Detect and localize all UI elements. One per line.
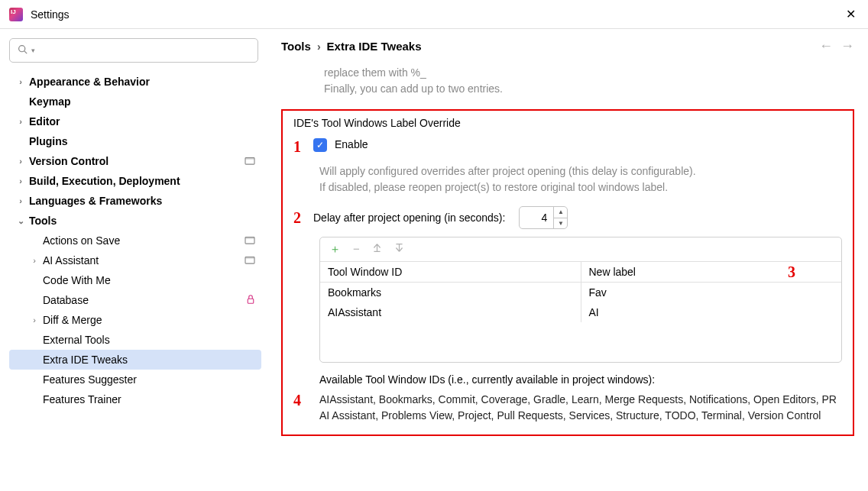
sidebar-item-keymap[interactable]: Keymap (9, 92, 261, 111)
scope-icon (245, 235, 255, 247)
sidebar-item-label: Code With Me (43, 274, 255, 286)
down-icon[interactable] (394, 242, 404, 257)
window-title: Settings (31, 8, 843, 21)
search-input[interactable]: ▾ (9, 38, 258, 63)
sidebar: ▾ ›Appearance & BehaviorKeymap›EditorPlu… (0, 29, 267, 491)
available-ids-title: Available Tool Window IDs (i.e., current… (319, 373, 842, 386)
callout-3: 3 (788, 263, 795, 281)
sidebar-item-label: AI Assistant (43, 254, 245, 266)
sidebar-item-appearance-behavior[interactable]: ›Appearance & Behavior (9, 72, 261, 92)
sidebar-item-build-execution-deployment[interactable]: ›Build, Execution, Deployment (9, 171, 261, 191)
sidebar-item-tools[interactable]: ⌄Tools (9, 211, 261, 231)
cell-new-label[interactable]: AI (581, 302, 841, 322)
cell-tool-window-id[interactable]: AIAssistant (320, 302, 581, 322)
sidebar-item-diff-merge[interactable]: ›Diff & Merge (9, 310, 261, 330)
sidebar-item-label: External Tools (43, 334, 255, 346)
callout-1: 1 (293, 138, 313, 156)
sidebar-item-languages-frameworks[interactable]: ›Languages & Frameworks (9, 191, 261, 211)
sidebar-item-label: Database (43, 294, 241, 306)
content-panel: Tools › Extra IDE Tweaks ← → replace the… (267, 29, 868, 491)
nav-forward-icon[interactable]: → (840, 38, 854, 54)
col-new-label[interactable]: New label (581, 262, 841, 283)
highlighted-section: IDE's Tool Windows Label Override 1 ✓ En… (281, 109, 854, 436)
sidebar-item-code-with-me[interactable]: Code With Me (9, 270, 261, 290)
sidebar-item-external-tools[interactable]: External Tools (9, 330, 261, 350)
up-icon[interactable] (372, 242, 382, 257)
close-icon[interactable]: ✕ (843, 5, 859, 23)
table-row[interactable]: BookmarksFav (320, 283, 841, 303)
breadcrumb-separator: › (317, 40, 321, 53)
sidebar-item-features-trainer[interactable]: Features Trainer (9, 389, 261, 409)
sidebar-item-label: Features Suggester (43, 373, 255, 386)
sidebar-item-ai-assistant[interactable]: ›AI Assistant (9, 250, 261, 270)
sidebar-item-label: Extra IDE Tweaks (43, 354, 255, 366)
chevron-down-icon: ▾ (31, 47, 35, 54)
svg-rect-5 (245, 237, 254, 239)
chevron-icon: › (15, 77, 26, 86)
chevron-icon: › (29, 256, 40, 265)
sidebar-item-editor[interactable]: ›Editor (9, 111, 261, 131)
overrides-table: 3 ＋ − Tool Window ID New label (319, 237, 842, 363)
sidebar-item-label: Build, Execution, Deployment (29, 175, 255, 187)
svg-point-0 (19, 46, 25, 52)
chevron-icon: › (15, 196, 26, 205)
scope-icon (245, 255, 255, 266)
sidebar-item-label: Version Control (29, 155, 245, 167)
sidebar-item-label: Languages & Frameworks (29, 195, 255, 207)
add-icon[interactable]: ＋ (329, 242, 341, 257)
chevron-icon: ⌄ (15, 216, 26, 226)
sidebar-item-label: Diff & Merge (43, 314, 255, 326)
breadcrumb: Tools › Extra IDE Tweaks ← → (281, 38, 854, 54)
scope-icon (245, 156, 255, 167)
nav-back-icon[interactable]: ← (819, 38, 833, 54)
hint-text: replace them with %_ Finally, you can ad… (281, 65, 854, 97)
spinner-down-icon[interactable]: ▼ (554, 218, 567, 229)
cell-new-label[interactable]: Fav (581, 283, 841, 303)
delay-spinner[interactable]: ▲ ▼ (519, 206, 568, 229)
table-row[interactable]: AIAssistantAI (320, 302, 841, 322)
callout-4: 4 (293, 392, 313, 409)
sidebar-item-label: Tools (29, 215, 255, 227)
sidebar-item-database[interactable]: Database (9, 290, 261, 310)
enable-label[interactable]: Enable (335, 138, 368, 150)
sidebar-item-actions-on-save[interactable]: Actions on Save (9, 231, 261, 250)
callout-2: 2 (293, 209, 313, 227)
sidebar-item-label: Editor (29, 115, 255, 128)
cell-tool-window-id[interactable]: Bookmarks (320, 283, 581, 303)
delay-label: Delay after project opening (in seconds)… (313, 212, 505, 224)
title-bar: Settings ✕ (0, 0, 868, 29)
chevron-icon: › (15, 117, 26, 126)
sidebar-item-label: Appearance & Behavior (29, 76, 255, 88)
breadcrumb-root[interactable]: Tools (281, 40, 311, 53)
section-title: IDE's Tool Windows Label Override (293, 117, 842, 129)
search-icon (18, 44, 28, 57)
svg-rect-3 (245, 157, 254, 160)
sidebar-item-label: Actions on Save (43, 234, 245, 247)
svg-rect-7 (245, 257, 254, 259)
spinner-up-icon[interactable]: ▲ (554, 207, 567, 218)
sidebar-item-label: Plugins (29, 135, 255, 147)
delay-input[interactable] (520, 207, 553, 228)
sidebar-item-extra-ide-tweaks[interactable]: Extra IDE Tweaks (9, 350, 261, 370)
lock-icon (246, 295, 255, 306)
enable-checkbox[interactable]: ✓ (313, 138, 327, 152)
svg-rect-8 (248, 299, 254, 303)
available-ids-list: AIAssistant, Bookmarks, Commit, Coverage… (319, 392, 842, 424)
sidebar-item-version-control[interactable]: ›Version Control (9, 151, 261, 171)
chevron-icon: › (15, 157, 26, 166)
svg-line-1 (24, 51, 27, 53)
chevron-icon: › (15, 176, 26, 186)
enable-description: Will apply configured overrides after pr… (319, 163, 842, 195)
chevron-icon: › (29, 315, 40, 325)
sidebar-item-label: Features Trainer (43, 393, 255, 405)
sidebar-item-plugins[interactable]: Plugins (9, 131, 261, 151)
remove-icon[interactable]: − (353, 242, 360, 257)
sidebar-item-features-suggester[interactable]: Features Suggester (9, 370, 261, 389)
sidebar-item-label: Keymap (29, 95, 255, 108)
breadcrumb-leaf: Extra IDE Tweaks (327, 40, 422, 53)
app-icon (9, 8, 23, 21)
col-tool-window-id[interactable]: Tool Window ID (320, 262, 581, 283)
